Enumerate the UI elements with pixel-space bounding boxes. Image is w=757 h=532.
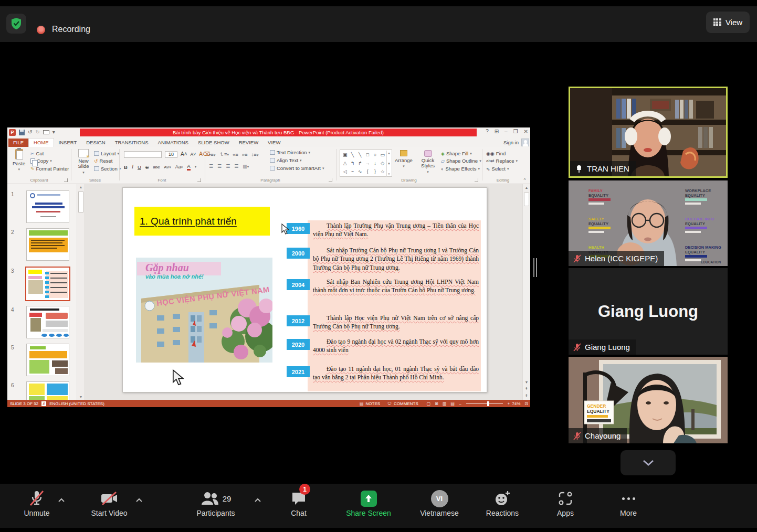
collapse-video-panel-button[interactable] [621,450,676,475]
language-indicator[interactable]: ENGLISH (UNITED STATES) [49,401,104,406]
campus-photo[interactable]: Gặp nhau vào mùa hoa nở nhé! HỌC VIỆN PH… [136,258,272,363]
paste-button[interactable]: Paste ▾ [13,149,25,172]
tab-view[interactable]: VIEW [263,139,285,147]
numbering-button[interactable]: ⒈≡▾ [219,151,229,158]
select-button[interactable]: ⇖ Select▾ [486,166,509,172]
change-case-button[interactable]: Aa▾ [175,164,183,169]
notes-button[interactable]: NOTES [366,401,381,406]
subscript-button[interactable]: abc [153,165,160,169]
font-size-input[interactable]: 18 [165,151,177,158]
restore-button[interactable]: ❒ [513,129,518,134]
slide-title[interactable]: 1. Quá trình phát triển [134,207,270,236]
save-icon[interactable] [19,130,25,135]
audio-options-chevron-icon[interactable] [58,495,65,505]
tab-design[interactable]: DESIGN [81,139,110,147]
drawing-dialog-launcher[interactable] [475,178,478,182]
format-painter-button[interactable]: ✎ Format Painter [30,166,69,172]
ribbon-display-options-icon[interactable]: ⊞ [495,129,499,134]
share-screen-button[interactable]: Share Screen [336,489,401,517]
font-dialog-launcher[interactable] [197,178,201,182]
video-options-chevron-icon[interactable] [135,495,143,505]
font-name-input[interactable] [124,151,162,158]
timeline-text-2004[interactable]: Sát nhập Ban Nghiên cứu Trung ương Hội L… [313,278,479,295]
fit-to-window-icon[interactable]: ⊡ [524,401,528,406]
shapes-gallery[interactable]: ▣╲╲□○▭ △↰↱→↓◇ ◁~∿{}☆ ▲▼≡ [340,150,392,177]
undo-icon[interactable]: ↺ [28,130,32,135]
slide-thumbnail-3-selected[interactable] [25,267,70,301]
zoom-percent[interactable]: 74% [512,401,520,406]
timeline-year-2020[interactable]: 2020 [287,339,310,350]
tab-transitions[interactable]: TRANSITIONS [110,139,153,147]
normal-view-icon[interactable]: ▢ [427,401,431,406]
font-color-button[interactable]: A [187,164,190,171]
new-slide-button[interactable]: New Slide ▾ [75,149,92,175]
tab-insert[interactable]: INSERT [54,139,82,147]
copy-button[interactable]: Copy ▾ [30,158,52,164]
participants-button[interactable]: 29 Participants [184,489,248,517]
help-button[interactable]: ? [486,129,489,134]
previous-slide-icon[interactable]: ⇞ [523,387,530,391]
timeline-year-2000[interactable]: 2000 [287,248,310,259]
underline-button[interactable]: U [138,164,141,170]
next-slide-icon[interactable]: ⇟ [523,393,530,398]
customize-qat-caret-icon[interactable]: ▾ [52,130,55,135]
reading-view-icon[interactable]: ▥ [443,401,447,406]
slide-scrollbar[interactable]: ▲ ▼ ⇞ ⇟ [522,184,530,400]
align-right-button[interactable]: ☰ [226,164,230,169]
timeline-year-2021[interactable]: 2021 [287,366,310,377]
unmute-button[interactable]: Unmute [10,489,63,517]
timeline-text-2012[interactable]: Thành lập Học viện Phụ nữ Việt Nam trên … [313,314,479,331]
apps-button[interactable]: Apps [541,489,590,517]
zoom-slider-knob[interactable] [487,401,489,406]
redo-icon[interactable]: ↻ [35,130,39,135]
shape-fill-button[interactable]: ◈ Shape Fill▾ [441,151,472,156]
slideshow-view-icon[interactable]: ▤ [451,401,455,406]
timeline-year-1960[interactable]: 1960 [287,223,310,234]
columns-button[interactable]: ▥▾ [243,164,249,169]
line-spacing-button[interactable]: ↕≡▾ [251,152,259,157]
powerpoint-logo-icon[interactable]: P [9,129,16,136]
align-text-button[interactable]: Align Text▾ [270,157,302,163]
smartart-button[interactable]: Convert to SmartArt▾ [270,165,324,171]
timeline-year-2012[interactable]: 2012 [287,315,310,326]
thumbnail-scroll-thumb[interactable] [78,191,83,212]
slide-thumbnail-4[interactable] [26,306,69,338]
panel-resize-handle[interactable] [533,258,537,277]
zoom-in-icon[interactable]: + [508,401,510,406]
spell-check-icon[interactable]: ✗ [41,401,46,406]
section-button[interactable]: Section ▾ [94,166,121,172]
paragraph-dialog-launcher[interactable] [329,178,332,182]
align-center-button[interactable]: ☰ [217,164,222,169]
slide-3[interactable]: 1. Quá trình phát triển Gặp nhau vào mùa… [122,187,487,392]
tab-file[interactable]: FILE [8,139,28,147]
bullets-button[interactable]: •≡▾ [209,152,215,157]
align-left-button[interactable]: ☰ [209,164,213,169]
italic-button[interactable]: I [132,164,133,169]
reactions-button[interactable]: Reactions [472,489,532,517]
minimize-button[interactable]: – [504,129,508,134]
clipboard-dialog-launcher[interactable] [64,178,68,182]
replace-button[interactable]: ab⇄ Replace▾ [486,158,518,164]
arrange-button[interactable]: Arrange ▾ [395,150,413,168]
account-avatar[interactable] [521,139,529,146]
tab-slide-show[interactable]: SLIDE SHOW [193,139,234,147]
tab-review[interactable]: REVIEW [234,139,263,147]
timeline-text-2020[interactable]: Đào tạo 9 ngành đại học và 02 ngành Thạc… [313,337,479,355]
timeline-text-2021[interactable]: Đào tạo 11 ngành đại học, 01 ngành Thạc … [313,365,479,382]
video-tile-tran-hien[interactable]: TRAN HIEN [569,87,728,178]
zoom-out-icon[interactable]: – [459,401,461,406]
start-slideshow-icon[interactable] [43,130,49,134]
security-shield-icon[interactable] [6,14,26,34]
timeline-text-1960[interactable]: Thành lập Trường Phụ vận Trung ương – Ti… [313,221,479,239]
close-button[interactable]: ✕ [524,129,528,134]
video-tile-helen[interactable]: FAMILYEQUALITY SAFETYEQUALITY HEALTHEQUA… [569,180,728,266]
strikethrough-button[interactable]: S [145,164,149,170]
comments-button[interactable]: COMMENTS [394,401,418,406]
shape-effects-button[interactable]: ◐ Shape Effects▾ [441,166,480,172]
character-spacing-button[interactable]: AV▾ [164,165,171,169]
thumbnail-scroll-up-icon[interactable]: ▲ [78,185,83,189]
bold-button[interactable]: B [124,164,128,170]
decrease-font-button[interactable]: A˅ [191,152,196,157]
thumbnail-scroll-down-icon[interactable]: ▼ [78,395,83,399]
find-button[interactable]: ◉◉ Find [486,151,506,156]
